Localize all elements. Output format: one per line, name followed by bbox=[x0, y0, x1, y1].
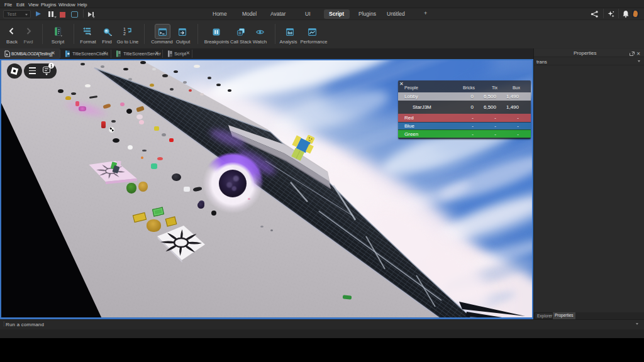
svg-text:1: 1 bbox=[123, 27, 126, 31]
svg-text:2: 2 bbox=[123, 31, 126, 36]
